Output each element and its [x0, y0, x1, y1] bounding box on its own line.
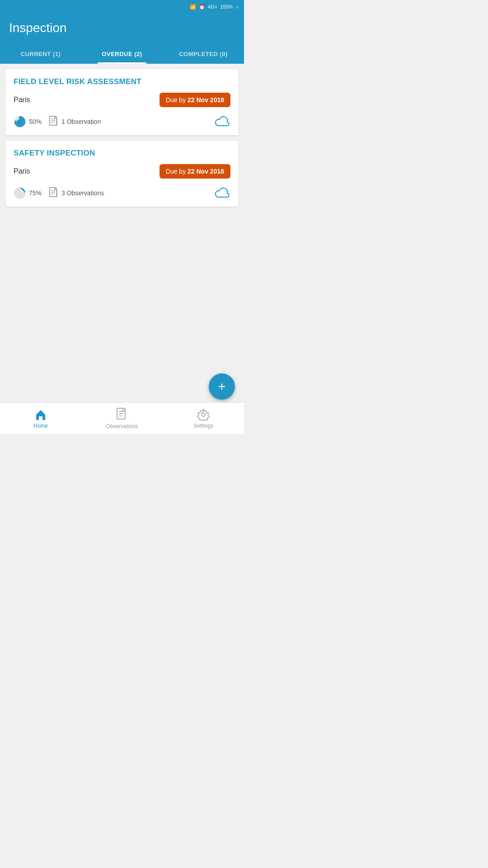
card-2-percent: 75% [29, 189, 42, 197]
progress-icon-2 [14, 187, 26, 199]
page-title: Inspection [9, 21, 235, 35]
card-2-due-text: Due by [166, 168, 188, 175]
header: Inspection [0, 14, 244, 44]
inspection-card-1[interactable]: FIELD LEVEL RISK ASSESSMENT Paris Due by… [5, 69, 239, 135]
card-2-observations: 3 Observations [49, 187, 104, 199]
alarm-icon: ⏰ [199, 4, 205, 10]
battery-label: 100% [220, 4, 233, 9]
card-1-due-date: 22 Nov 2018 [188, 96, 224, 104]
add-icon: + [218, 380, 225, 393]
svg-point-16 [202, 413, 205, 416]
card-2-info-row: Paris Due by 22 Nov 2018 [14, 164, 230, 179]
nav-settings-label: Settings [193, 423, 213, 429]
network-label: 4G+ [208, 4, 217, 9]
cloud-icon-2 [215, 187, 230, 199]
settings-icon [197, 408, 210, 421]
signal-icon: 📶 [190, 4, 196, 10]
status-bar: 📶 ⏰ 4G+ 100% ○ [0, 0, 244, 14]
nav-home[interactable]: Home [0, 405, 81, 433]
inspection-card-2[interactable]: SAFETY INSPECTION Paris Due by 22 Nov 20… [5, 141, 239, 207]
bottom-nav: Home Observations Settings [0, 402, 244, 434]
tab-overdue[interactable]: OVERDUE (2) [81, 44, 163, 64]
progress-icon-1 [14, 115, 26, 128]
card-1-location: Paris [14, 96, 30, 104]
card-1-footer: 50% 1 Observation [14, 115, 230, 128]
card-1-due-text: Due by [166, 96, 188, 104]
tabs-bar: CURRENT (1) OVERDUE (2) COMPLETED (0) [0, 44, 244, 64]
nav-observations[interactable]: Observations [81, 404, 163, 433]
tab-completed[interactable]: COMPLETED (0) [163, 44, 244, 64]
card-1-observations: 1 Observation [49, 116, 101, 127]
card-1-percent: 50% [29, 118, 42, 125]
card-2-due-badge: Due by 22 Nov 2018 [160, 164, 230, 179]
doc-icon-1 [49, 116, 59, 127]
add-fab-button[interactable]: + [209, 373, 235, 400]
card-2-stats: 75% 3 Observations [14, 187, 104, 199]
card-2-location: Paris [14, 167, 30, 175]
card-2-obs-count: 3 Observations [61, 189, 104, 197]
card-list: FIELD LEVEL RISK ASSESSMENT Paris Due by… [0, 64, 244, 217]
card-1-progress: 50% [14, 115, 42, 128]
card-2-footer: 75% 3 Observations [14, 187, 230, 199]
observations-icon [116, 408, 128, 421]
tab-current[interactable]: CURRENT (1) [0, 44, 81, 64]
main-content: 📶 ⏰ 4G+ 100% ○ Inspection CURRENT (1) OV… [0, 0, 244, 402]
home-icon [34, 408, 47, 421]
card-2-title: SAFETY INSPECTION [14, 149, 230, 158]
cloud-icon-1 [215, 116, 230, 127]
doc-icon-2 [49, 187, 59, 199]
card-1-title: FIELD LEVEL RISK ASSESSMENT [14, 77, 230, 86]
nav-home-label: Home [33, 423, 48, 429]
card-1-stats: 50% 1 Observation [14, 115, 101, 128]
card-1-due-badge: Due by 22 Nov 2018 [160, 93, 230, 107]
card-1-obs-count: 1 Observation [61, 118, 101, 125]
battery-icon: ○ [235, 4, 239, 9]
nav-observations-label: Observations [106, 423, 138, 429]
card-1-info-row: Paris Due by 22 Nov 2018 [14, 93, 230, 107]
card-2-due-date: 22 Nov 2018 [188, 168, 224, 175]
card-2-progress: 75% [14, 187, 42, 199]
nav-settings[interactable]: Settings [163, 405, 244, 433]
